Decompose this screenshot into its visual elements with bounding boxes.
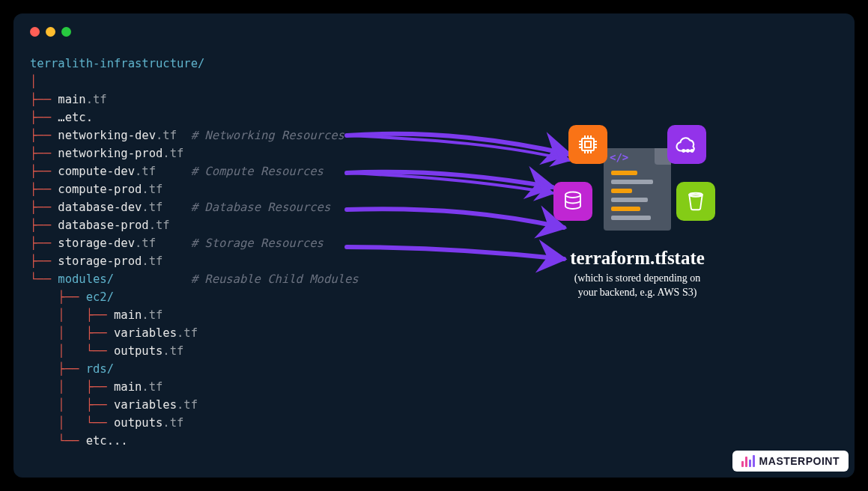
state-filename: terraform.tfstate xyxy=(480,248,795,269)
close-dot xyxy=(30,27,40,37)
masterpoint-logo: MASTERPOINT xyxy=(732,451,849,472)
window-controls xyxy=(30,27,838,37)
minimize-dot xyxy=(46,27,55,37)
chip-icon xyxy=(568,125,607,164)
svg-rect-1 xyxy=(585,141,591,147)
terminal-window: terralith-infrastructure/ │ ├── main.tf … xyxy=(13,13,855,478)
maximize-dot xyxy=(61,27,71,37)
svg-rect-0 xyxy=(582,138,594,150)
cloud-icon xyxy=(667,125,706,164)
logo-bars-icon xyxy=(741,455,755,467)
logo-text: MASTERPOINT xyxy=(759,455,840,467)
svg-point-19 xyxy=(565,192,580,198)
resource-icons: </> xyxy=(555,129,720,242)
bucket-icon xyxy=(676,182,715,221)
database-icon xyxy=(553,182,592,221)
document-icon: </> xyxy=(604,148,671,231)
state-subtitle: (which is stored depending onyour backen… xyxy=(480,272,795,300)
state-diagram: </> xyxy=(480,129,795,324)
